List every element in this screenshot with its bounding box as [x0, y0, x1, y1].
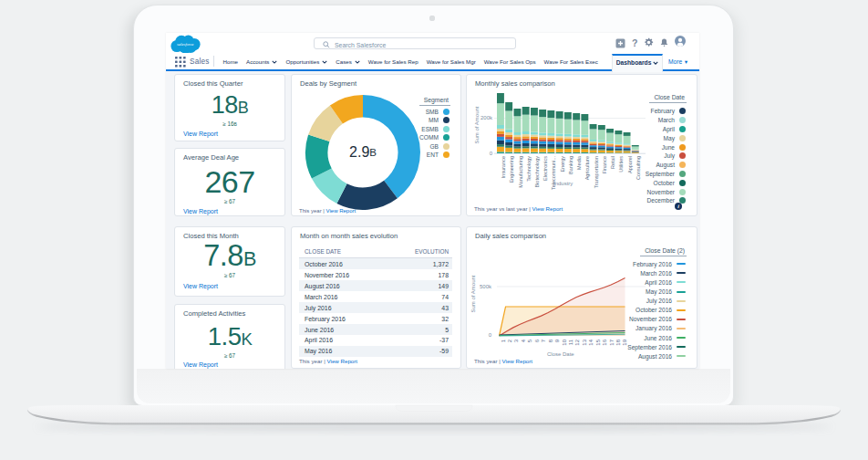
svg-text:salesforce: salesforce [177, 42, 193, 47]
